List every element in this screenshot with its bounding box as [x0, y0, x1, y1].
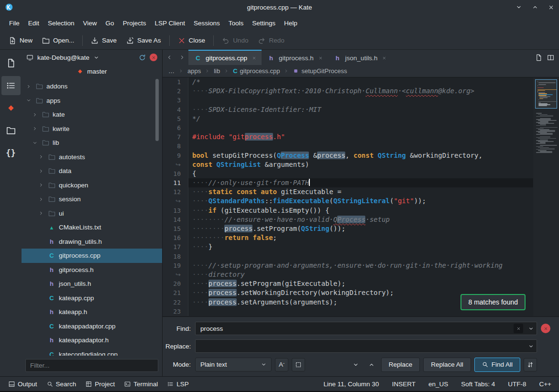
close-tab-icon[interactable] — [382, 56, 386, 60]
new-document-icon[interactable] — [535, 54, 542, 61]
expand-icon[interactable] — [38, 154, 44, 160]
breadcrumb-[interactable]: … — [168, 67, 175, 75]
expand-icon[interactable] — [38, 182, 44, 188]
status-syntax-highlighting[interactable]: C++ — [539, 381, 551, 388]
tab-json-utils-h[interactable]: hjson_utils.h — [328, 50, 392, 65]
find-next-button[interactable] — [350, 359, 362, 371]
tool-symbols-button[interactable]: {} — [1, 143, 21, 163]
breadcrumb-setupgitprocess[interactable]: setupGitProcess — [293, 67, 347, 75]
tree-item-kwrite[interactable]: kwrite — [22, 122, 162, 136]
tree-item-kateapp-cpp[interactable]: Ckateapp.cpp — [22, 291, 162, 305]
status-indentation[interactable]: Soft Tabs: 4 — [461, 381, 495, 388]
save-button[interactable]: Save — [86, 34, 121, 47]
tree-item-apps[interactable]: apps — [22, 94, 162, 108]
menu-projects[interactable]: Projects — [119, 17, 151, 30]
new-button[interactable]: New — [4, 34, 37, 47]
replace-input[interactable] — [196, 343, 525, 350]
save-as-button[interactable]: Save As — [121, 34, 166, 47]
status-input-mode[interactable]: INSERT — [392, 381, 416, 388]
close-tab-icon[interactable] — [318, 56, 323, 60]
close-window-button[interactable] — [548, 4, 554, 11]
close-findbar-button[interactable] — [541, 324, 550, 333]
breadcrumb-apps[interactable]: apps — [187, 67, 201, 75]
tree-item-lib[interactable]: lib — [22, 136, 162, 150]
split-view-icon[interactable] — [547, 54, 554, 61]
panel-toggle-project[interactable]: Project — [81, 377, 120, 391]
menu-view[interactable]: View — [79, 17, 101, 30]
minimize-button[interactable] — [515, 4, 522, 11]
find-prev-button[interactable] — [365, 359, 378, 371]
menu-settings[interactable]: Settings — [248, 17, 280, 30]
panel-toggle-lsp[interactable]: LSP — [163, 377, 194, 391]
close-button[interactable]: Close — [173, 34, 210, 47]
tree-item-cmakelists-txt[interactable]: ▲CMakeLists.txt — [22, 220, 162, 235]
tree-item-kateapp-h[interactable]: hkateapp.h — [22, 305, 162, 319]
status-encoding[interactable]: UTF-8 — [508, 381, 526, 388]
menu-lsp-client[interactable]: LSP Client — [150, 17, 189, 30]
text-editor[interactable]: 1/*2····SPDX-FileCopyrightText:·2010·Chr… — [163, 77, 533, 316]
find-history-dropdown-icon[interactable] — [525, 326, 537, 332]
find-input[interactable] — [196, 325, 514, 332]
tree-item-drawing-utils-h[interactable]: hdrawing_utils.h — [22, 235, 162, 249]
tree-item-data[interactable]: data — [22, 164, 162, 178]
minimap-scrollbar[interactable] — [533, 77, 559, 316]
clear-find-icon[interactable] — [514, 324, 523, 333]
tree-item-ui[interactable]: ui — [22, 207, 162, 221]
menu-edit[interactable]: Edit — [24, 17, 44, 30]
match-case-button[interactable]: Aˆ — [275, 358, 288, 371]
close-tab-icon[interactable] — [252, 56, 256, 60]
panel-toggle-search[interactable]: Search — [42, 377, 81, 391]
expand-icon[interactable] — [32, 112, 38, 118]
breadcrumb-gitprocess-cpp[interactable]: Cgitprocess.cpp — [233, 67, 280, 75]
menu-tools[interactable]: Tools — [224, 17, 248, 30]
expand-icon[interactable] — [38, 210, 44, 216]
project-session-name[interactable]: kate-Debug@kate — [37, 54, 89, 61]
history-forward-button[interactable] — [175, 50, 188, 65]
git-branch-name[interactable]: master — [87, 68, 107, 75]
tool-documents-button[interactable] — [1, 54, 21, 73]
tree-item-kateappadaptor-cpp[interactable]: Ckateappadaptor.cpp — [22, 319, 162, 334]
breadcrumb-lib[interactable]: lib — [214, 67, 220, 75]
tree-item-json-utils-h[interactable]: hjson_utils.h — [22, 277, 162, 291]
tree-item-addons[interactable]: addons — [22, 79, 162, 94]
menu-selection[interactable]: Selection — [44, 17, 79, 30]
menu-go[interactable]: Go — [101, 17, 119, 30]
history-back-button[interactable] — [163, 50, 175, 65]
menu-file[interactable]: File — [5, 17, 24, 30]
panel-toggle-output[interactable]: Output — [4, 377, 42, 391]
tree-item-kateconfigdialog-cpp[interactable]: Ckateconfigdialog.cpp — [22, 348, 162, 356]
expand-icon[interactable] — [38, 168, 44, 174]
switch-search-mode-button[interactable] — [524, 358, 537, 371]
filter-input[interactable] — [25, 359, 158, 372]
tree-item-autotests[interactable]: autotests — [22, 150, 162, 164]
tool-project-button[interactable] — [1, 76, 21, 95]
tree-item-quickopen[interactable]: quickopen — [22, 178, 162, 193]
replace-history-dropdown-icon[interactable] — [525, 343, 537, 349]
tool-filesystem-button[interactable] — [1, 121, 21, 140]
tree-item-gitprocess-cpp[interactable]: Cgitprocess.cpp — [22, 249, 162, 263]
replace-button[interactable]: Replace — [381, 358, 420, 372]
tab-gitprocess-h[interactable]: hgitprocess.h — [262, 50, 328, 65]
tree-scrollbar[interactable] — [155, 79, 159, 141]
maximize-button[interactable] — [532, 4, 538, 11]
expand-icon[interactable] — [38, 196, 44, 202]
collapse-icon[interactable] — [25, 98, 32, 103]
replace-all-button[interactable]: Replace All — [423, 358, 471, 372]
menu-help[interactable]: Help — [280, 17, 302, 30]
open-button[interactable]: Open... — [37, 34, 79, 47]
project-dropdown-icon[interactable] — [93, 54, 99, 61]
panel-toggle-terminal[interactable]: Terminal — [120, 377, 163, 391]
tree-item-kate[interactable]: kate — [22, 108, 162, 122]
collapse-icon[interactable] — [32, 140, 38, 146]
expand-icon[interactable] — [25, 84, 32, 89]
tree-item-session[interactable]: session — [22, 192, 162, 207]
minimap-viewport[interactable] — [535, 79, 557, 109]
tree-item-gitprocess-h[interactable]: hgitprocess.h — [22, 263, 162, 277]
menu-sessions[interactable]: Sessions — [189, 17, 224, 30]
undo-button[interactable]: Undo — [217, 34, 253, 47]
tool-git-button[interactable] — [1, 98, 21, 118]
expand-icon[interactable] — [32, 126, 38, 131]
tab-gitprocess-cpp[interactable]: Cgitprocess.cpp — [188, 50, 262, 65]
status-dictionary[interactable]: en_US — [428, 381, 448, 388]
tree-item-kateappadaptor-h[interactable]: hkateappadaptor.h — [22, 333, 162, 348]
